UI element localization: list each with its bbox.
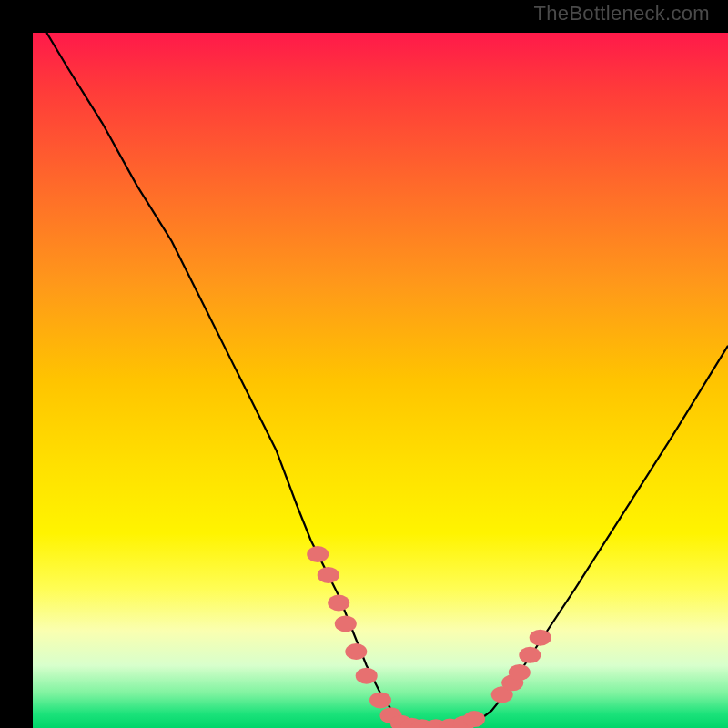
curve-marker	[318, 567, 339, 583]
chart-frame	[0, 0, 728, 728]
curve-marker	[345, 643, 367, 660]
curve-marker	[335, 615, 357, 632]
plot-area	[33, 33, 728, 728]
curve-marker	[509, 664, 531, 681]
curve-marker	[463, 711, 485, 727]
curve-marker	[328, 595, 349, 612]
watermark-text: TheBottleneck.com	[534, 2, 710, 25]
curve-marker	[307, 546, 329, 562]
curve-marker	[530, 630, 551, 646]
bottleneck-curve	[46, 33, 728, 728]
chart-svg	[33, 33, 728, 728]
curve-markers	[307, 546, 551, 728]
curve-marker	[519, 647, 541, 663]
curve-marker	[356, 668, 378, 684]
curve-marker	[369, 692, 391, 708]
